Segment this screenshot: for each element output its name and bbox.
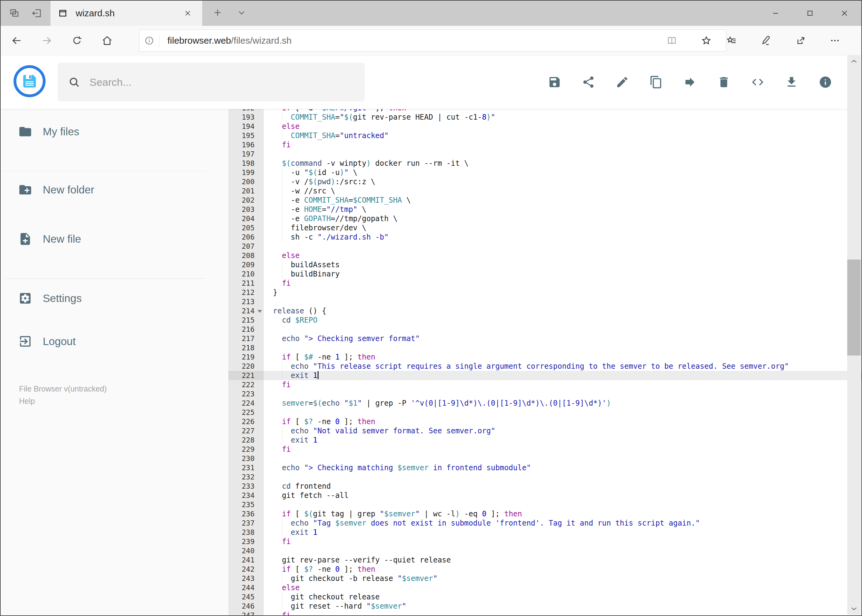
gutter-line-number[interactable]: 202 bbox=[229, 196, 264, 205]
code-editor[interactable]: 192 if [ -d "$REPO/.git" ]; then193 COMM… bbox=[229, 109, 861, 615]
code-line-text[interactable]: fi bbox=[264, 140, 861, 149]
gutter-line-number[interactable]: 194 bbox=[229, 122, 264, 131]
gutter-line-number[interactable]: 204 bbox=[229, 214, 264, 223]
reading-view-icon[interactable] bbox=[661, 30, 683, 52]
gutter-line-number[interactable]: 214 bbox=[229, 306, 264, 316]
sidebar-item-settings[interactable]: Settings bbox=[1, 287, 229, 310]
favorite-star-icon[interactable] bbox=[695, 30, 717, 52]
code-line-text[interactable]: -e HOME="//tmp" \ bbox=[264, 205, 861, 214]
gutter-line-number[interactable]: 221 bbox=[229, 371, 264, 380]
gutter-line-number[interactable]: 206 bbox=[229, 233, 264, 242]
gutter-line-number[interactable]: 224 bbox=[229, 399, 264, 408]
edit-button[interactable] bbox=[615, 75, 629, 89]
code-line-text[interactable]: semver=$(echo "$1" | grep -P '^v(0|[1-9]… bbox=[264, 399, 861, 408]
gutter-line-number[interactable]: 197 bbox=[229, 149, 264, 159]
gutter-line-number[interactable]: 195 bbox=[229, 131, 264, 140]
gutter-line-number[interactable]: 236 bbox=[229, 509, 264, 519]
save-button[interactable] bbox=[547, 75, 562, 89]
code-line-text[interactable] bbox=[264, 325, 861, 334]
code-line-text[interactable]: filebrowser/dev \ bbox=[264, 223, 861, 233]
site-info-icon[interactable] bbox=[139, 35, 159, 46]
code-line-text[interactable]: if [ $(git tag | grep "$semver" | wc -l)… bbox=[264, 509, 861, 519]
code-line-text[interactable]: else bbox=[264, 583, 861, 592]
code-line-text[interactable]: if [ $# -ne 1 ]; then bbox=[264, 352, 861, 361]
info-button[interactable] bbox=[818, 75, 832, 89]
gutter-line-number[interactable]: 240 bbox=[229, 546, 264, 555]
code-line-text[interactable] bbox=[264, 242, 861, 251]
download-button[interactable] bbox=[785, 75, 799, 89]
gutter-line-number[interactable]: 218 bbox=[229, 343, 264, 352]
gutter-line-number[interactable]: 222 bbox=[229, 380, 264, 389]
forward-icon[interactable] bbox=[36, 30, 58, 52]
code-line-text[interactable]: -w //src \ bbox=[264, 186, 861, 196]
more-icon[interactable] bbox=[824, 30, 846, 52]
address-bar[interactable]: filebrowser.web/files/wizard.sh bbox=[139, 30, 726, 52]
code-line-text[interactable]: git checkout -b release "$semver" bbox=[264, 574, 861, 583]
gutter-line-number[interactable]: 227 bbox=[229, 426, 264, 435]
code-line-text[interactable]: fi bbox=[264, 611, 861, 615]
gutter-line-number[interactable]: 229 bbox=[229, 445, 264, 454]
gutter-line-number[interactable]: 242 bbox=[229, 565, 264, 574]
gutter-line-number[interactable]: 220 bbox=[229, 361, 264, 371]
share-page-icon[interactable] bbox=[790, 30, 812, 52]
tab-wizard-sh[interactable]: wizard.sh bbox=[50, 1, 202, 26]
code-line-text[interactable] bbox=[264, 546, 861, 555]
refresh-icon[interactable] bbox=[66, 30, 88, 52]
code-line-text[interactable]: $(command -v winpty) docker run --rm -it… bbox=[264, 159, 861, 168]
code-line-text[interactable]: git rev-parse --verify --quiet release bbox=[264, 555, 861, 565]
code-line-text[interactable]: -u "$(id -u)" \ bbox=[264, 168, 861, 177]
code-line-text[interactable]: fi bbox=[264, 380, 861, 389]
code-line-text[interactable]: git checkout release bbox=[264, 592, 861, 602]
code-line-text[interactable]: git fetch --all bbox=[264, 491, 861, 500]
gutter-line-number[interactable]: 216 bbox=[229, 325, 264, 334]
copy-button[interactable] bbox=[649, 75, 663, 89]
gutter-line-number[interactable]: 219 bbox=[229, 352, 264, 361]
gutter-line-number[interactable]: 228 bbox=[229, 435, 264, 445]
set-tabs-aside-icon[interactable] bbox=[30, 6, 44, 20]
code-line-text[interactable]: -e COMMIT_SHA=$COMMIT_SHA \ bbox=[264, 196, 861, 205]
gutter-line-number[interactable]: 201 bbox=[229, 186, 264, 196]
code-line-text[interactable]: if [ $? -ne 0 ]; then bbox=[264, 565, 861, 574]
gutter-line-number[interactable]: 207 bbox=[229, 242, 264, 251]
code-line-text[interactable]: cd frontend bbox=[264, 482, 861, 491]
code-line-text[interactable]: cd $REPO bbox=[264, 316, 861, 325]
code-line-text[interactable]: else bbox=[264, 251, 861, 260]
gutter-line-number[interactable]: 238 bbox=[229, 528, 264, 537]
gutter-line-number[interactable]: 196 bbox=[229, 140, 264, 149]
code-line-text[interactable]: exit 1 bbox=[264, 435, 861, 445]
code-line-text[interactable]: if [ $? -ne 0 ]; then bbox=[264, 417, 861, 426]
search-input[interactable] bbox=[90, 76, 354, 88]
code-line-text[interactable]: } bbox=[264, 288, 861, 297]
code-line-text[interactable]: else bbox=[264, 122, 861, 131]
code-line-text[interactable]: COMMIT_SHA="$(git rev-parse HEAD | cut -… bbox=[264, 113, 861, 122]
code-line-text[interactable] bbox=[264, 149, 861, 159]
search-bar[interactable] bbox=[58, 63, 365, 102]
code-line-text[interactable] bbox=[264, 500, 861, 509]
minimize-button[interactable] bbox=[764, 6, 787, 20]
code-line-text[interactable]: buildBinary bbox=[264, 269, 861, 279]
help-link[interactable]: Help bbox=[19, 395, 229, 407]
code-line-text[interactable]: sh -c "./wizard.sh -b" bbox=[264, 233, 861, 242]
gutter-line-number[interactable]: 230 bbox=[229, 454, 264, 463]
scroll-down-icon[interactable] bbox=[847, 602, 861, 615]
sidebar-item-new-folder[interactable]: New folder bbox=[1, 178, 229, 201]
gutter-line-number[interactable]: 241 bbox=[229, 555, 264, 565]
gutter-line-number[interactable]: 225 bbox=[229, 408, 264, 417]
code-line-text[interactable]: echo "Not valid semver format. See semve… bbox=[264, 426, 861, 435]
gutter-line-number[interactable]: 223 bbox=[229, 389, 264, 399]
gutter-line-number[interactable]: 234 bbox=[229, 491, 264, 500]
back-icon[interactable] bbox=[6, 30, 28, 52]
code-line-text[interactable]: fi bbox=[264, 537, 861, 546]
gutter-line-number[interactable]: 246 bbox=[229, 602, 264, 611]
gutter-line-number[interactable]: 192 bbox=[229, 109, 264, 113]
code-line-text[interactable]: if [ -d "$REPO/.git" ]; then bbox=[264, 109, 861, 113]
code-line-text[interactable]: COMMIT_SHA="untracked" bbox=[264, 131, 861, 140]
gutter-line-number[interactable]: 247 bbox=[229, 611, 264, 615]
code-line-text[interactable] bbox=[264, 472, 861, 482]
delete-button[interactable] bbox=[717, 75, 731, 89]
gutter-line-number[interactable]: 212 bbox=[229, 288, 264, 297]
code-line-text[interactable]: exit 1 bbox=[264, 528, 861, 537]
gutter-line-number[interactable]: 198 bbox=[229, 159, 264, 168]
sidebar-item-logout[interactable]: Logout bbox=[1, 330, 229, 353]
annotate-icon[interactable] bbox=[755, 30, 777, 52]
